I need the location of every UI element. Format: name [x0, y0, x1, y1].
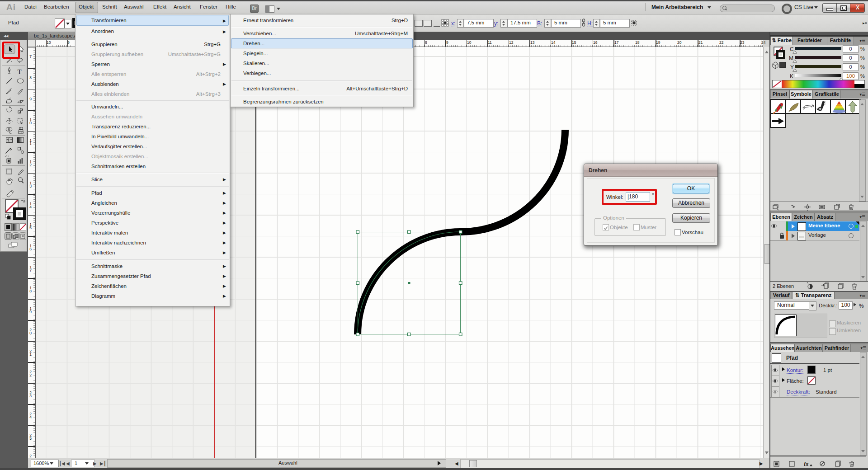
svg-text:C: C [790, 46, 794, 52]
svg-text:M: M [789, 55, 793, 61]
svg-text:K: K [790, 73, 793, 80]
svg-text:fx: fx [804, 461, 809, 467]
svg-text:T: T [18, 68, 22, 75]
svg-text:Y: Y [790, 64, 794, 70]
